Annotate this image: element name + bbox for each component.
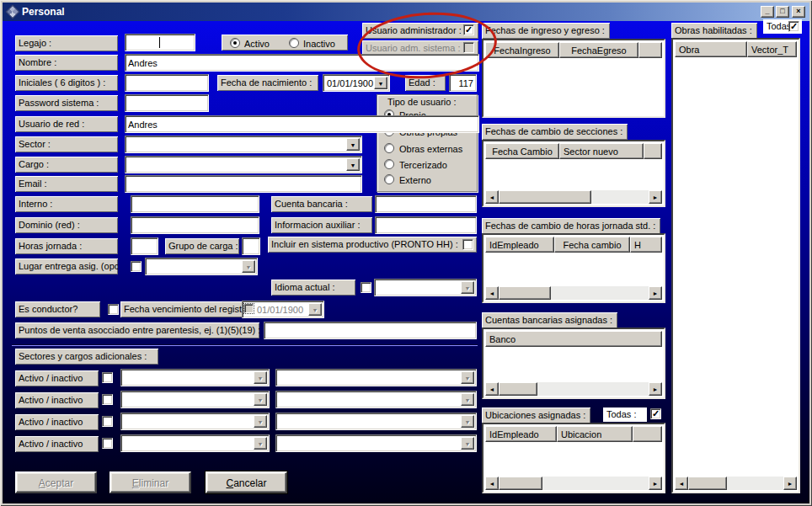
adicional-row-checkbox[interactable]	[102, 438, 113, 449]
usuario-red-input[interactable]: Andres	[125, 115, 479, 133]
dropdown-button[interactable]: ▼	[374, 77, 387, 89]
scroll-right-button[interactable]: ►	[649, 286, 662, 300]
scrollbar-thumb[interactable]	[499, 190, 591, 204]
fecha-vencimiento-value: 01/01/1900	[257, 305, 303, 315]
column-header: Fecha cambio	[554, 237, 630, 253]
chevron-down-icon: ▼	[465, 397, 471, 403]
scroll-left-icon: ◄	[489, 194, 495, 200]
incluir-productivo-checkbox[interactable]	[462, 239, 473, 250]
horizontal-scrollbar[interactable]: ◄ ►	[485, 286, 662, 300]
lugar-entrega-checkbox[interactable]	[131, 261, 142, 272]
section-divider	[12, 344, 478, 346]
inactivo-radio[interactable]	[289, 38, 299, 48]
personal-window: Personal _ □ × Legajo : Activo Inactivo …	[0, 0, 812, 506]
fecha-nacimiento-dropdown[interactable]: 01/01/1900 ▼	[323, 74, 390, 92]
password-sistema-input[interactable]	[125, 94, 209, 112]
scroll-right-button[interactable]: ►	[649, 190, 662, 204]
idioma-actual-checkbox[interactable]	[361, 282, 371, 293]
idioma-actual-dropdown: ▼	[374, 279, 477, 296]
eliminar-button[interactable]: Eliminar	[110, 471, 191, 493]
legajo-label: Legajo :	[15, 35, 118, 51]
informacion-auxiliar-input[interactable]	[375, 216, 477, 234]
radio-dot	[233, 41, 237, 45]
puntos-venta-input[interactable]	[264, 322, 477, 339]
nombre-input[interactable]: Andres	[125, 54, 479, 72]
ingreso-egreso-title: Fechas de ingreso y egreso :	[482, 23, 610, 39]
adicional-row-checkbox[interactable]	[102, 372, 113, 383]
interno-input[interactable]	[131, 195, 259, 213]
cargo-dropdown[interactable]: ▼	[125, 156, 362, 173]
cancelar-button[interactable]: Cancelar	[206, 471, 287, 493]
adicional-row-checkbox[interactable]	[102, 416, 113, 427]
ubicaciones-table[interactable]: IdEmpleado Ubicacion ◄ ►	[482, 423, 665, 493]
cambio-horas-table[interactable]: IdEmpleado Fecha cambio H ◄ ►	[482, 233, 665, 303]
scroll-right-icon: ►	[653, 481, 659, 487]
scroll-right-button[interactable]: ►	[783, 477, 797, 490]
scroll-left-button[interactable]: ◄	[485, 190, 499, 204]
scrollbar-thumb[interactable]	[688, 477, 727, 490]
scroll-left-button[interactable]: ◄	[485, 382, 499, 396]
cambio-secciones-table[interactable]: Fecha Cambio Sector nuevo ◄ ►	[482, 140, 665, 207]
adicional-cargo-dropdown: ▼	[275, 413, 477, 430]
dropdown-button[interactable]: ▼	[346, 138, 360, 151]
usuario-administrador-checkbox[interactable]: ✓	[463, 24, 474, 35]
ubicaciones-title: Ubicaciones asignadas :	[482, 407, 590, 423]
scroll-left-button[interactable]: ◄	[675, 477, 688, 490]
legajo-input[interactable]	[125, 34, 195, 51]
scroll-left-button[interactable]: ◄	[485, 477, 499, 490]
scrollbar-thumb[interactable]	[499, 382, 537, 396]
dominio-input[interactable]	[131, 216, 259, 234]
chevron-down-icon: ▼	[465, 376, 471, 381]
scroll-left-icon: ◄	[679, 481, 685, 487]
close-icon: ×	[796, 7, 800, 15]
ingreso-egreso-table[interactable]: FechaIngreso FechaEgreso	[482, 39, 665, 118]
es-conductor-checkbox[interactable]	[108, 304, 119, 315]
column-header: FechaIngreso	[485, 42, 559, 58]
horizontal-scrollbar[interactable]: ◄ ►	[675, 477, 797, 490]
password-sistema-label: Password sistema :	[15, 95, 118, 111]
scroll-left-button[interactable]: ◄	[485, 286, 499, 300]
grupo-carga-input[interactable]	[242, 237, 260, 255]
close-button[interactable]: ×	[792, 6, 805, 18]
scroll-left-icon: ◄	[489, 386, 495, 392]
horizontal-scrollbar[interactable]: ◄ ►	[485, 477, 662, 490]
tipo-obras-externas-radio[interactable]	[384, 143, 394, 153]
es-conductor-label: Es conductor?	[15, 301, 100, 317]
tipo-tercerizado-radio[interactable]	[384, 159, 394, 169]
maximize-button[interactable]: □	[776, 6, 789, 18]
aceptar-button[interactable]: Aceptar	[15, 471, 97, 493]
activo-radio[interactable]	[230, 38, 240, 48]
obras-title: Obras habilitadas :	[671, 23, 757, 39]
table-header-row: Obra Vector_T	[675, 41, 797, 57]
horizontal-scrollbar[interactable]: ◄ ►	[485, 190, 662, 204]
fecha-nacimiento-value: 01/01/1900	[327, 78, 373, 88]
obras-table[interactable]: Obra Vector_T ◄ ►	[671, 38, 800, 493]
fecha-vencimiento-checkbox[interactable]	[244, 304, 254, 313]
usuario-adm-sistema-checkbox	[463, 42, 474, 53]
obras-todas-checkbox[interactable]: ✓	[788, 21, 799, 32]
adicional-row-checkbox[interactable]	[102, 394, 113, 405]
minimize-button[interactable]: _	[761, 6, 774, 18]
scroll-right-button[interactable]: ►	[649, 382, 662, 396]
fecha-nacimiento-label: Fecha de nacimiento :	[217, 75, 318, 91]
edad-label: Edad :	[405, 75, 446, 91]
tipo-externo-radio[interactable]	[384, 174, 394, 184]
informacion-auxiliar-label: Informacion auxiliar :	[271, 217, 372, 233]
horas-jornada-input[interactable]	[131, 237, 158, 255]
sector-dropdown[interactable]: ▼	[125, 136, 362, 153]
horizontal-scrollbar[interactable]: ◄ ►	[485, 382, 662, 396]
cuenta-bancaria-input[interactable]	[375, 195, 477, 213]
email-input[interactable]	[125, 175, 362, 193]
dropdown-button: ▼	[461, 415, 474, 428]
puntos-venta-label: Puntos de venta asocciado entre parentes…	[15, 322, 259, 338]
adicional-cargo-dropdown: ▼	[275, 369, 477, 386]
cuentas-bancarias-table[interactable]: Banco ◄ ►	[482, 328, 665, 399]
ubicaciones-todas-checkbox[interactable]: ✓	[650, 408, 661, 419]
chevron-down-icon: ▼	[258, 376, 264, 381]
iniciales-input[interactable]	[125, 74, 209, 92]
lugar-entrega-dropdown: ▼	[145, 258, 258, 275]
scrollbar-thumb[interactable]	[499, 477, 542, 490]
scroll-right-button[interactable]: ►	[649, 477, 662, 490]
scrollbar-thumb[interactable]	[499, 286, 551, 300]
dropdown-button[interactable]: ▼	[346, 158, 360, 171]
